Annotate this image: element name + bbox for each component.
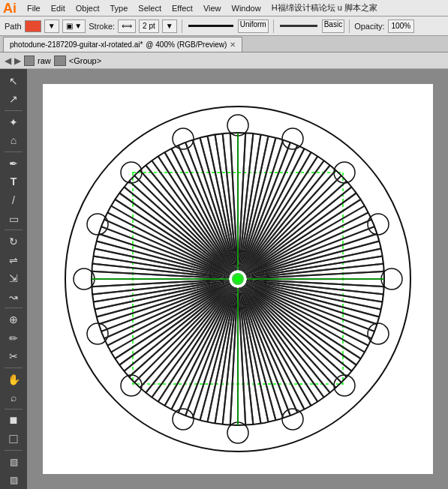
bc-raw[interactable]: raw bbox=[38, 56, 51, 65]
bc-raw-icon bbox=[24, 56, 35, 66]
uniform-select[interactable]: Uniform bbox=[238, 20, 269, 33]
canvas bbox=[43, 84, 433, 474]
extra-tool[interactable]: ▨ bbox=[3, 472, 24, 489]
stroke-size-arrow[interactable]: ▼ bbox=[162, 20, 177, 33]
eyedropper-tool[interactable]: ✏ bbox=[3, 329, 24, 347]
blend-tool[interactable]: ⊕ bbox=[3, 310, 24, 328]
stroke-options-btn[interactable]: ▼ bbox=[44, 20, 59, 33]
menu-object[interactable]: Object bbox=[71, 2, 104, 14]
stroke-type-btn[interactable]: ▣ ▼ bbox=[62, 20, 86, 33]
sep1 bbox=[182, 20, 182, 33]
options-bar: Path ▼ ▣ ▼ Stroke: ⟺ 2 pt ▼ Uniform Basi… bbox=[0, 16, 448, 36]
tool-sep-5 bbox=[5, 368, 23, 368]
bc-group-icon bbox=[54, 56, 66, 66]
tools-panel: ↖ ↗ ✦ ⌂ ✒ T / ▭ ↻ ⇌ ⇲ ↝ ⊕ ✏ ✂ ✋ ⌕ ■ □ ▧ … bbox=[0, 69, 27, 489]
basic-select[interactable]: Basic bbox=[322, 20, 344, 33]
tab-close-btn[interactable]: ✕ bbox=[230, 40, 236, 49]
menu-effect[interactable]: Effect bbox=[167, 2, 197, 14]
main-area: ↖ ↗ ✦ ⌂ ✒ T / ▭ ↻ ⇌ ⇲ ↝ ⊕ ✏ ✂ ✋ ⌕ ■ □ ▧ … bbox=[0, 69, 448, 489]
select-tool[interactable]: ↖ bbox=[3, 72, 24, 90]
magic-wand-tool[interactable]: ✦ bbox=[3, 113, 24, 131]
reflect-tool[interactable]: ⇌ bbox=[3, 251, 24, 269]
forward-arrow[interactable]: ▶ bbox=[14, 56, 21, 66]
menu-extra[interactable]: H福绵设计稿论坛 u 脚本之家 bbox=[267, 1, 382, 15]
svg-point-385 bbox=[235, 276, 241, 282]
menu-view[interactable]: View bbox=[199, 2, 226, 14]
tab-filename: photodune-2187209-guitar-xl-rotated.ai* bbox=[10, 40, 143, 49]
rect-tool[interactable]: ▭ bbox=[3, 210, 24, 228]
tool-sep-2 bbox=[5, 152, 23, 152]
document-tab[interactable]: photodune-2187209-guitar-xl-rotated.ai* … bbox=[3, 37, 242, 52]
hand-tool[interactable]: ✋ bbox=[3, 370, 24, 388]
pen-tool[interactable]: ✒ bbox=[3, 154, 24, 172]
lasso-tool[interactable]: ⌂ bbox=[3, 132, 24, 150]
tool-sep-6 bbox=[5, 409, 23, 410]
rotate-tool[interactable]: ↻ bbox=[3, 232, 24, 250]
sep3 bbox=[349, 20, 350, 33]
fill-tool[interactable]: ■ bbox=[3, 412, 24, 430]
tool-sep-4 bbox=[5, 308, 23, 308]
type-tool[interactable]: T bbox=[3, 173, 24, 191]
stroke-preview2 bbox=[280, 25, 317, 27]
zoom-tool[interactable]: ⌕ bbox=[3, 389, 24, 407]
tool-sep-7 bbox=[5, 450, 23, 451]
menu-select[interactable]: Select bbox=[134, 2, 166, 14]
menu-window[interactable]: Window bbox=[227, 2, 266, 14]
tool-sep-1 bbox=[5, 110, 23, 111]
artwork-svg bbox=[43, 84, 433, 474]
canvas-area bbox=[27, 69, 448, 489]
opacity-value[interactable]: 100% bbox=[388, 20, 415, 33]
scissors-tool[interactable]: ✂ bbox=[3, 348, 24, 366]
stroke-color[interactable] bbox=[25, 20, 41, 32]
tab-info: @ 400% (RGB/Preview) bbox=[146, 40, 227, 49]
breadcrumb-bar: ◀ ▶ raw <Group> bbox=[0, 52, 448, 69]
menu-bar: Ai File Edit Object Type Select Effect V… bbox=[0, 0, 448, 16]
scale-tool[interactable]: ⇲ bbox=[3, 269, 24, 287]
stroke-label: Stroke: bbox=[89, 22, 115, 31]
app-logo: Ai bbox=[3, 2, 17, 15]
path-label: Path bbox=[5, 22, 22, 31]
tool-sep-3 bbox=[5, 230, 23, 230]
menu-file[interactable]: File bbox=[23, 2, 45, 14]
warp-tool[interactable]: ↝ bbox=[3, 288, 24, 306]
screen-mode[interactable]: ▧ bbox=[3, 453, 24, 471]
tab-bar: photodune-2187209-guitar-xl-rotated.ai* … bbox=[0, 36, 448, 52]
menu-type[interactable]: Type bbox=[106, 2, 133, 14]
stroke-size-btn[interactable]: 2 pt bbox=[139, 20, 159, 33]
line-tool[interactable]: / bbox=[3, 191, 24, 209]
stroke-preview bbox=[188, 25, 233, 27]
stroke-icon: ⟺ bbox=[118, 20, 136, 33]
sep2 bbox=[273, 20, 274, 33]
bc-group: <Group> bbox=[69, 56, 101, 65]
back-arrow[interactable]: ◀ bbox=[5, 56, 11, 66]
opacity-label: Opacity: bbox=[354, 22, 384, 31]
direct-select-tool[interactable]: ↗ bbox=[3, 91, 24, 109]
stroke-tool[interactable]: □ bbox=[3, 430, 24, 448]
menu-edit[interactable]: Edit bbox=[47, 2, 70, 14]
